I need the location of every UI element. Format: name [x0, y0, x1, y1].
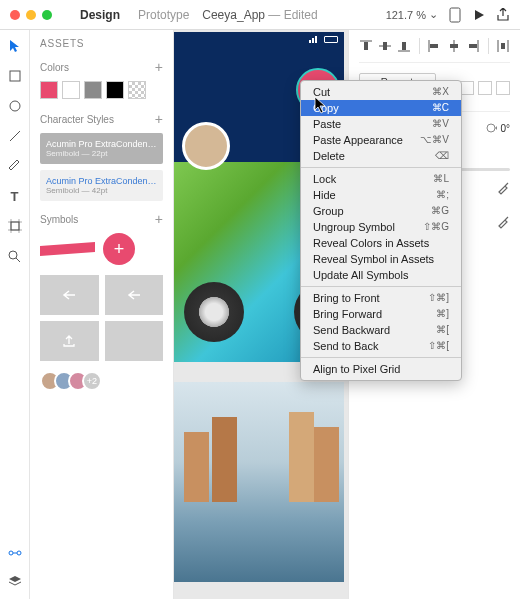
- char-style-name: Acumin Pro ExtraConden…: [46, 176, 157, 186]
- ctx-ungroup-symbol[interactable]: Ungroup Symbol⇧⌘G: [301, 219, 461, 235]
- svg-marker-1: [475, 10, 484, 20]
- svg-point-13: [9, 551, 13, 555]
- symbol-add-button[interactable]: +: [103, 233, 135, 265]
- ctx-hide[interactable]: Hide⌘;: [301, 187, 461, 203]
- image-canal: [174, 382, 344, 582]
- battery-icon: [324, 36, 338, 43]
- align-top-icon[interactable]: [359, 38, 372, 54]
- rectangle-tool[interactable]: [7, 68, 23, 84]
- color-swatches: [40, 81, 163, 99]
- symbol-tile-back[interactable]: [40, 275, 99, 315]
- ctx-send-backward[interactable]: Send Backward⌘[: [301, 322, 461, 338]
- document-title: Ceeya_App — Edited: [202, 8, 317, 22]
- distribute-icon[interactable]: [497, 38, 510, 54]
- symbol-thumbnail[interactable]: [40, 242, 95, 256]
- svg-rect-17: [309, 40, 311, 43]
- ellipse-tool[interactable]: [7, 98, 23, 114]
- char-style-meta: Semibold — 42pt: [46, 186, 157, 195]
- bool-exclude-icon[interactable]: [496, 81, 510, 95]
- align-hcenter-icon[interactable]: [447, 38, 460, 54]
- svg-line-5: [10, 131, 20, 141]
- symbol-tile-empty[interactable]: [105, 321, 164, 361]
- symbol-avatars[interactable]: +2: [40, 371, 163, 391]
- svg-rect-21: [364, 42, 368, 50]
- align-vcenter-icon[interactable]: [378, 38, 391, 54]
- char-style-name: Acumin Pro ExtraConden…: [46, 139, 157, 149]
- svg-rect-18: [312, 38, 314, 43]
- artboard-tool[interactable]: [7, 218, 23, 234]
- tab-design[interactable]: Design: [80, 8, 120, 22]
- svg-marker-2: [10, 40, 19, 52]
- assets-title: ASSETS: [40, 38, 163, 49]
- ctx-delete[interactable]: Delete⌫: [301, 148, 461, 164]
- character-style-item[interactable]: Acumin Pro ExtraConden… Semibold — 22pt: [40, 133, 163, 164]
- zoom-tool[interactable]: [7, 248, 23, 264]
- ctx-copy[interactable]: Copy⌘C: [301, 100, 461, 116]
- ctx-align-pixel-grid[interactable]: Align to Pixel Grid: [301, 361, 461, 377]
- ctx-bring-to-front[interactable]: Bring to Front⇧⌘]: [301, 290, 461, 306]
- colors-section-label: Colors: [40, 62, 69, 73]
- ctx-bring-forward[interactable]: Bring Forward⌘]: [301, 306, 461, 322]
- color-swatch[interactable]: [62, 81, 80, 99]
- pen-tool[interactable]: [7, 158, 23, 174]
- add-char-style-button[interactable]: +: [155, 111, 163, 127]
- color-swatch[interactable]: [84, 81, 102, 99]
- svg-rect-29: [450, 44, 458, 48]
- ctx-reveal-colors[interactable]: Reveal Colors in Assets: [301, 235, 461, 251]
- color-swatch-transparent[interactable]: [128, 81, 146, 99]
- char-style-meta: Semibold — 22pt: [46, 149, 157, 158]
- avatar-overflow-count: +2: [82, 371, 102, 391]
- align-right-icon[interactable]: [466, 38, 479, 54]
- rotation-value[interactable]: 0°: [500, 123, 510, 134]
- svg-rect-31: [469, 44, 477, 48]
- line-tool[interactable]: [7, 128, 23, 144]
- close-window-button[interactable]: [10, 10, 20, 20]
- play-icon[interactable]: [472, 8, 486, 22]
- align-controls: [359, 38, 510, 63]
- svg-rect-25: [402, 42, 406, 50]
- add-color-button[interactable]: +: [155, 59, 163, 75]
- ctx-lock[interactable]: Lock⌘L: [301, 171, 461, 187]
- context-menu: Cut⌘X Copy⌘C Paste⌘V Paste Appearance⌥⌘V…: [300, 80, 462, 381]
- layers-icon[interactable]: [7, 573, 23, 589]
- ctx-reveal-symbol[interactable]: Reveal Symbol in Assets: [301, 251, 461, 267]
- window-controls: [0, 10, 52, 20]
- zoom-control[interactable]: 121.7 % ⌄: [386, 8, 438, 21]
- text-tool[interactable]: T: [7, 188, 23, 204]
- character-style-item[interactable]: Acumin Pro ExtraConden… Semibold — 42pt: [40, 170, 163, 201]
- assets-panel: ASSETS Colors + Character Styles + Acumi…: [30, 30, 174, 599]
- profile-avatar: [182, 122, 230, 170]
- color-swatch[interactable]: [40, 81, 58, 99]
- ctx-send-to-back[interactable]: Send to Back⇧⌘[: [301, 338, 461, 354]
- minimize-window-button[interactable]: [26, 10, 36, 20]
- svg-rect-27: [430, 44, 438, 48]
- ctx-cut[interactable]: Cut⌘X: [301, 84, 461, 100]
- align-left-icon[interactable]: [428, 38, 441, 54]
- tab-prototype[interactable]: Prototype: [138, 8, 189, 22]
- ctx-paste[interactable]: Paste⌘V: [301, 116, 461, 132]
- select-tool[interactable]: [7, 38, 23, 54]
- bool-subtract-icon[interactable]: [460, 81, 474, 95]
- svg-rect-0: [450, 8, 460, 22]
- eyedropper-icon[interactable]: [496, 181, 510, 195]
- zoom-window-button[interactable]: [42, 10, 52, 20]
- align-bottom-icon[interactable]: [398, 38, 411, 54]
- svg-rect-6: [11, 222, 19, 230]
- ctx-group[interactable]: Group⌘G: [301, 203, 461, 219]
- eyedropper-icon[interactable]: [496, 215, 510, 229]
- color-swatch[interactable]: [106, 81, 124, 99]
- svg-point-11: [9, 251, 17, 259]
- add-symbol-button[interactable]: +: [155, 211, 163, 227]
- symbol-tile-back[interactable]: [105, 275, 164, 315]
- ctx-update-symbols[interactable]: Update All Symbols: [301, 267, 461, 283]
- share-icon[interactable]: [496, 8, 510, 22]
- svg-point-39: [487, 124, 495, 132]
- bool-intersect-icon[interactable]: [478, 81, 492, 95]
- ctx-paste-appearance[interactable]: Paste Appearance⌥⌘V: [301, 132, 461, 148]
- symbol-tile-upload[interactable]: [40, 321, 99, 361]
- device-preview-icon[interactable]: [448, 8, 462, 22]
- svg-marker-16: [9, 576, 21, 582]
- zoom-value: 121.7 %: [386, 9, 426, 21]
- plugins-icon[interactable]: [7, 545, 23, 561]
- svg-rect-34: [501, 43, 505, 49]
